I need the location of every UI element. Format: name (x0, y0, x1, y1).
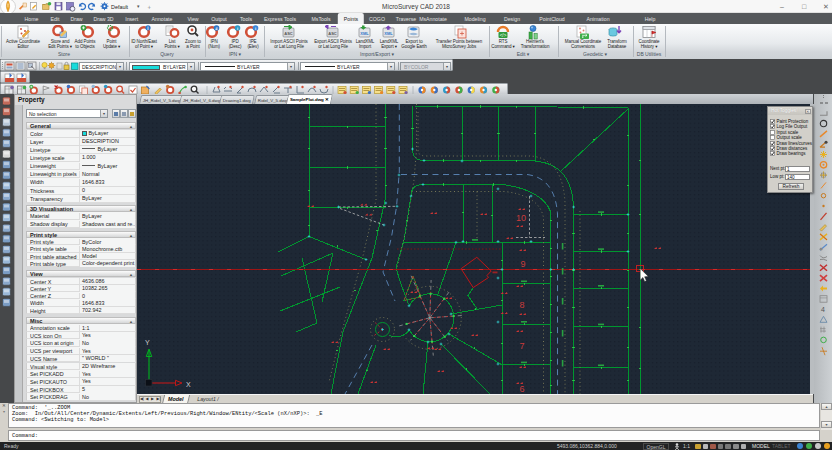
svg-text:7: 7 (519, 341, 524, 351)
svg-text:</>: </> (500, 33, 507, 38)
svg-text:ASC: ASC (328, 31, 337, 36)
svg-text:i: i (147, 26, 148, 31)
svg-text:XML: XML (360, 31, 369, 36)
svg-text:Y: Y (145, 339, 150, 346)
svg-text:XML: XML (384, 31, 393, 36)
svg-text:8: 8 (519, 300, 524, 310)
svg-text:9: 9 (520, 259, 525, 269)
svg-text:6: 6 (519, 384, 524, 394)
svg-text:10: 10 (516, 213, 526, 223)
svg-text:ASC: ASC (284, 31, 293, 36)
svg-text:i: i (255, 26, 256, 31)
svg-text:4: 4 (821, 306, 825, 313)
svg-text:i: i (237, 26, 238, 31)
svg-text:X: X (186, 381, 191, 388)
